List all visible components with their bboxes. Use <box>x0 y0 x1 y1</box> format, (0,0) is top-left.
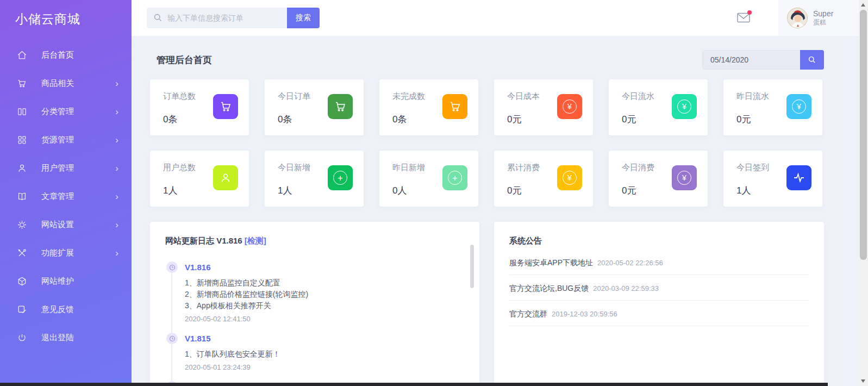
feedback-icon <box>16 304 27 315</box>
stat-label: 今日订单 <box>278 91 310 102</box>
sidebar-item-sources[interactable]: 货源管理 › <box>0 126 132 154</box>
cart-icon <box>442 94 467 119</box>
changelog-timeline: V1.816 1、新增商品监控自定义配置 2、新增商品价格监控链接(轮询监控) … <box>166 263 479 386</box>
announcement-item[interactable]: 官方交流论坛,BUG反馈2020-03-09 22:59:33 <box>509 275 809 301</box>
clock-icon <box>166 333 178 344</box>
avatar <box>787 8 808 28</box>
stat-value: 0条 <box>163 113 177 126</box>
user-role: 蛋糕 <box>813 18 833 27</box>
check-update-link[interactable]: [检测] <box>245 236 266 245</box>
sidebar-item-articles[interactable]: 文章管理 › <box>0 182 132 210</box>
plus-icon: + <box>442 165 467 190</box>
stat-value: 0条 <box>392 113 407 126</box>
stat-card-yesterday-revenue: 昨日流水 0元 ¥ <box>723 79 822 135</box>
user-icon <box>213 165 238 190</box>
order-search: 搜索 <box>147 8 320 28</box>
change-timestamp: 2020-05-01 23:24:39 <box>185 363 479 371</box>
user-menu[interactable]: Super 蛋糕 <box>778 0 859 36</box>
change-item: 3、App模板相关推荐开关 <box>185 300 479 312</box>
search-input[interactable] <box>147 8 287 28</box>
sidebar-item-dashboard[interactable]: 后台首页 <box>0 41 132 69</box>
sidebar-item-categories[interactable]: 分类管理 › <box>0 97 132 126</box>
stat-value: 0元 <box>507 184 521 197</box>
stat-value: 0人 <box>392 184 407 197</box>
admin-dashboard: 小储云商城 后台首页 商品相关 › 分类管理 › <box>0 0 868 386</box>
stat-label: 今日消费 <box>622 163 654 173</box>
change-item: 1、订单队列底包安全更新！ <box>185 348 479 360</box>
stat-value: 0元 <box>507 113 521 126</box>
announcement-item[interactable]: 服务端安卓APP下载地址2020-05-02 22:26:56 <box>509 250 809 275</box>
announcement-time: 2020-05-02 22:26:56 <box>597 259 663 267</box>
sidebar-item-users[interactable]: 用户管理 › <box>0 154 132 182</box>
stat-card-today-revenue: 今日流水 0元 ¥ <box>609 79 708 135</box>
sidebar-item-logout[interactable]: 退出登陆 <box>0 323 132 352</box>
mail-icon[interactable] <box>737 13 750 23</box>
category-icon <box>16 106 27 117</box>
yen-icon: ¥ <box>557 94 582 119</box>
stat-card-total-spend: 累计消费 0元 ¥ <box>494 151 593 207</box>
stat-label: 订单总数 <box>163 91 196 102</box>
stat-value: 0元 <box>622 184 636 197</box>
app-logo: 小储云商城 <box>0 0 132 28</box>
scrollbar-thumb[interactable] <box>860 10 867 260</box>
sidebar-item-label: 用户管理 <box>41 163 74 173</box>
sidebar-item-label: 退出登陆 <box>41 333 74 343</box>
gear-icon <box>16 219 27 230</box>
sidebar-item-settings[interactable]: 网站设置 › <box>0 210 132 239</box>
sidebar-item-feedback[interactable]: 意见反馈 <box>0 295 132 323</box>
stat-card-total-orders: 订单总数 0条 <box>150 79 249 135</box>
panels-row: 网站更新日志 V1.816[检测] V1.816 1、新增商品监控自定义配置 2… <box>150 222 859 386</box>
announcement-item[interactable]: 官方交流群2019-12-03 20:59:56 <box>509 301 809 326</box>
stat-card-today-new-users: 今日新增 1人 + <box>265 151 364 207</box>
user-name: Super <box>813 9 833 19</box>
topbar: 搜索 Super 蛋糕 <box>132 0 859 36</box>
sidebar-item-label: 意见反馈 <box>41 304 74 315</box>
main-content: 管理后台首页 订单总数 0条 <box>132 36 859 386</box>
yen-icon: ¥ <box>672 165 697 190</box>
book-icon <box>16 191 27 202</box>
user-info: Super 蛋糕 <box>813 9 833 27</box>
stats-row-2: 用户总数 1人 今日新增 1人 + 昨日新增 0人 <box>150 151 859 207</box>
pulse-icon <box>786 165 811 190</box>
page-scrollbar[interactable] <box>859 0 868 386</box>
changelog-entry: V1.815 1、订单队列底包安全更新！ 2020-05-01 23:24:39 <box>166 334 479 371</box>
search-button[interactable]: 搜索 <box>287 8 320 28</box>
sidebar-item-label: 商品相关 <box>41 78 74 89</box>
plus-icon: + <box>328 165 353 190</box>
stat-card-total-users: 用户总数 1人 <box>150 151 249 207</box>
chevron-right-icon: › <box>115 192 118 201</box>
power-icon <box>16 332 27 343</box>
stat-card-today-orders: 今日订单 0条 <box>265 79 364 135</box>
tools-icon <box>16 247 27 258</box>
scroll-down-arrow-icon[interactable] <box>861 379 865 383</box>
stat-label: 今日流水 <box>622 91 654 102</box>
date-input[interactable] <box>702 50 800 70</box>
scroll-up-arrow-icon[interactable] <box>861 3 865 7</box>
announcement-list: 服务端安卓APP下载地址2020-05-02 22:26:56 官方交流论坛,B… <box>509 250 809 326</box>
date-search-button[interactable] <box>800 50 824 70</box>
sidebar-item-extensions[interactable]: 功能扩展 › <box>0 239 132 267</box>
cube-icon <box>16 276 27 287</box>
stat-value: 1人 <box>278 184 292 197</box>
notification-dot <box>747 10 752 15</box>
sidebar-item-maintenance[interactable]: 网站维护 <box>0 267 132 295</box>
panel-scrollbar-thumb[interactable] <box>470 245 474 288</box>
announcements-title: 系统公告 <box>494 222 824 246</box>
sidebar-item-products[interactable]: 商品相关 › <box>0 69 132 97</box>
stat-label: 累计消费 <box>507 163 540 173</box>
yen-icon: ¥ <box>786 94 811 119</box>
page-head: 管理后台首页 <box>157 50 824 70</box>
stat-label: 昨日新增 <box>392 163 425 173</box>
stat-value: 0元 <box>736 113 751 126</box>
changelog-entry: V1.816 1、新增商品监控自定义配置 2、新增商品价格监控链接(轮询监控) … <box>166 263 479 323</box>
cart-icon <box>328 94 353 119</box>
stat-value: 0元 <box>622 113 636 126</box>
version-label: V1.816 <box>185 263 479 272</box>
sidebar-item-label: 后台首页 <box>41 50 74 60</box>
change-timestamp: 2020-05-02 12:41:50 <box>185 315 479 323</box>
user-icon <box>16 163 27 173</box>
search-icon <box>153 13 163 22</box>
chevron-right-icon: › <box>115 135 118 145</box>
sidebar-item-label: 功能扩展 <box>41 248 74 258</box>
announcement-time: 2020-03-09 22:59:33 <box>593 284 659 292</box>
